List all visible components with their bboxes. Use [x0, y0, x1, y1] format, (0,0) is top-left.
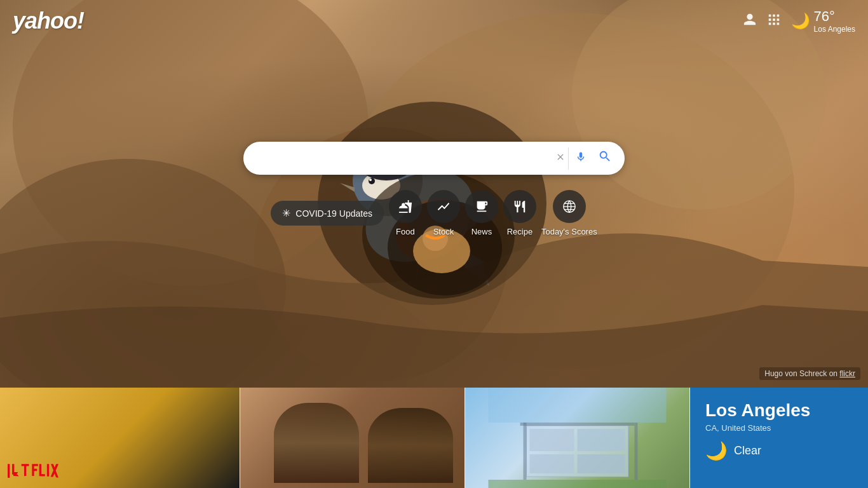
- svg-rect-30: [578, 429, 625, 451]
- photo-credit-link[interactable]: flickr: [839, 369, 855, 378]
- recipe-icon-circle: [503, 190, 536, 223]
- hero-section: yahoo! 🌙 76° Los Angeles: [0, 0, 868, 388]
- weather-card-condition-text: Clear: [734, 444, 761, 458]
- svg-rect-33: [520, 423, 635, 426]
- weather-temperature: 76°: [814, 8, 835, 25]
- svg-rect-20: [776, 14, 779, 17]
- svg-rect-26: [776, 22, 779, 25]
- svg-rect-32: [578, 454, 625, 473]
- weather-icon: 🌙: [791, 12, 810, 30]
- weather-widget[interactable]: 🌙 76° Los Angeles: [791, 8, 855, 34]
- svg-rect-25: [773, 22, 775, 25]
- person-silhouette-1: [274, 403, 359, 483]
- recipe-quick-link[interactable]: Recipe: [503, 190, 536, 236]
- yahoo-logo[interactable]: yahoo!: [13, 8, 84, 34]
- svg-rect-23: [776, 18, 779, 21]
- svg-rect-24: [768, 22, 771, 25]
- weather-info: 76° Los Angeles: [814, 8, 855, 34]
- user-icon[interactable]: [743, 13, 757, 30]
- netflix-news-card[interactable]: [0, 388, 240, 488]
- microphone-button[interactable]: [568, 147, 593, 170]
- weather-card[interactable]: Los Angeles CA, United States 🌙 Clear: [690, 388, 868, 488]
- stock-label: Stock: [433, 227, 454, 236]
- food-quick-link[interactable]: Food: [389, 190, 422, 236]
- food-label: Food: [396, 227, 415, 236]
- scores-label: Today's Scores: [541, 227, 597, 236]
- people-card-bg: [240, 388, 465, 488]
- weather-card-city: Los Angeles: [705, 400, 853, 421]
- aerial-card-bg: [465, 388, 689, 488]
- covid-icon: ✳: [282, 207, 290, 219]
- photo-credit: Hugo von Schreck on flickr: [759, 367, 860, 380]
- header-right: 🌙 76° Los Angeles: [743, 8, 855, 34]
- clear-button[interactable]: [553, 149, 568, 168]
- svg-rect-31: [530, 454, 574, 473]
- news-icon-circle: [465, 190, 498, 223]
- people-news-card[interactable]: [240, 388, 465, 488]
- news-quick-link[interactable]: News: [465, 190, 498, 236]
- svg-rect-18: [768, 14, 771, 17]
- covid-updates-button[interactable]: ✳ COVID-19 Updates: [271, 201, 384, 226]
- svg-rect-21: [768, 18, 771, 21]
- weather-card-state: CA, United States: [705, 423, 853, 433]
- svg-rect-37: [489, 480, 667, 488]
- aerial-news-card[interactable]: [465, 388, 690, 488]
- netflix-logo: [8, 461, 58, 480]
- weather-card-condition: 🌙 Clear: [705, 440, 853, 461]
- aerial-buildings: [465, 388, 689, 488]
- svg-rect-35: [635, 423, 638, 480]
- search-button[interactable]: [593, 147, 617, 170]
- header: yahoo! 🌙 76° Los Angeles: [0, 0, 868, 42]
- scores-quick-link[interactable]: Today's Scores: [541, 190, 597, 236]
- svg-rect-29: [530, 429, 574, 451]
- food-icon-circle: [389, 190, 422, 223]
- weather-city: Los Angeles: [814, 25, 855, 34]
- weather-card-moon-icon: 🌙: [705, 440, 728, 461]
- stock-icon-circle: [427, 190, 460, 223]
- svg-rect-19: [773, 14, 775, 17]
- search-input[interactable]: [256, 152, 553, 165]
- search-bar: [243, 142, 625, 175]
- bottom-content: Los Angeles CA, United States 🌙 Clear: [0, 388, 868, 488]
- search-container: ✳ COVID-19 Updates Food Stock: [243, 142, 625, 236]
- grid-icon[interactable]: [767, 13, 781, 30]
- scores-icon-circle: [553, 190, 586, 223]
- svg-rect-22: [773, 18, 775, 21]
- recipe-label: Recipe: [507, 227, 532, 236]
- covid-label: COVID-19 Updates: [295, 208, 372, 219]
- stock-quick-link[interactable]: Stock: [427, 190, 460, 236]
- svg-rect-36: [489, 388, 667, 423]
- quick-links: ✳ COVID-19 Updates Food Stock: [271, 190, 597, 236]
- person-silhouette-2: [368, 408, 453, 484]
- svg-rect-34: [524, 423, 527, 480]
- news-label: News: [471, 227, 492, 236]
